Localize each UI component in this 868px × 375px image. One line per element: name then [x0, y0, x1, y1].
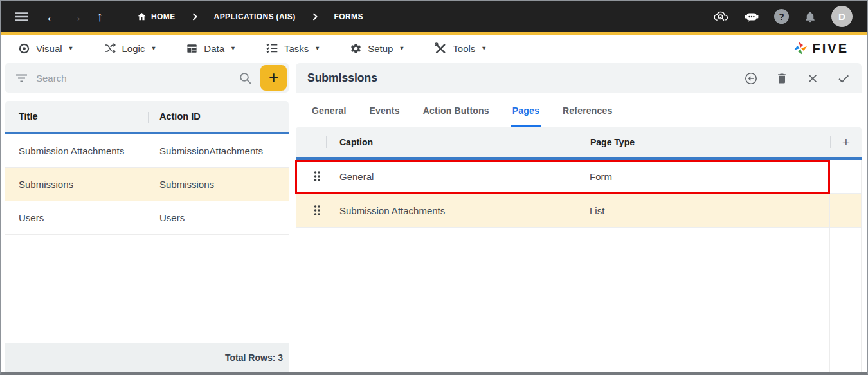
caret-down-icon: ▼ — [314, 45, 320, 51]
table-row[interactable]: Submission Attachments SubmissionAttachm… — [5, 134, 289, 168]
app-window: ← → ↑ HOME APPLICATIONS (AIS) — [0, 0, 868, 375]
tab-references[interactable]: References — [561, 93, 614, 127]
page-title: Submissions — [307, 71, 377, 85]
breadcrumb-forms[interactable]: FORMS — [334, 12, 363, 21]
tab-bar: General Events Action Buttons Pages Refe… — [296, 93, 862, 127]
menu-data[interactable]: Data ▼ — [186, 42, 236, 55]
column-header-caption[interactable]: Caption — [327, 127, 577, 157]
cloud-search-icon[interactable] — [713, 8, 729, 24]
save-check-icon[interactable] — [836, 71, 851, 86]
tab-pages[interactable]: Pages — [511, 93, 541, 127]
caret-down-icon: ▼ — [150, 45, 156, 51]
notifications-bell-icon[interactable] — [804, 10, 817, 23]
tab-general[interactable]: General — [311, 93, 348, 127]
home-icon — [137, 12, 147, 21]
column-header-title[interactable]: Title — [5, 101, 149, 132]
help-icon[interactable]: ? — [774, 9, 789, 24]
five-logo: FIVE — [793, 41, 849, 56]
search-bar: + — [5, 63, 289, 93]
up-icon[interactable]: ↑ — [92, 9, 107, 24]
data-table-icon — [186, 42, 198, 55]
drag-handle-icon[interactable] — [296, 205, 326, 216]
filter-icon[interactable] — [15, 73, 28, 83]
pages-table-body: General Form Submission Attachments — [296, 160, 862, 372]
column-header-page-type[interactable]: Page Type — [577, 127, 830, 157]
menu-logic[interactable]: Logic ▼ — [104, 42, 157, 55]
forward-icon[interactable]: → — [68, 9, 84, 24]
back-icon[interactable]: ← — [44, 9, 60, 24]
top-bar: ← → ↑ HOME APPLICATIONS (AIS) — [1, 1, 867, 35]
pages-table-header: Caption Page Type + — [296, 127, 862, 160]
table-row-selected[interactable]: Submissions Submissions — [5, 168, 289, 201]
detail-actions — [744, 71, 851, 86]
caret-down-icon: ▼ — [481, 45, 487, 51]
chevron-right-icon — [312, 13, 318, 21]
column-header-action-id[interactable]: Action ID — [149, 111, 289, 122]
left-table-footer: Total Rows: 3 — [5, 343, 289, 372]
add-record-button[interactable]: + — [260, 65, 287, 91]
tools-icon — [434, 42, 447, 55]
table-row-general[interactable]: General Form — [296, 160, 861, 194]
five-pinwheel-icon — [793, 41, 808, 56]
right-panel: Submissions — [296, 63, 862, 372]
caret-down-icon: ▼ — [230, 45, 236, 51]
tab-action-buttons[interactable]: Action Buttons — [422, 93, 491, 127]
content-area: + Title Action ID Submission Attachments… — [1, 62, 867, 372]
table-row[interactable]: Users Users — [5, 201, 289, 235]
top-bar-left: ← → ↑ HOME APPLICATIONS (AIS) — [15, 9, 363, 24]
top-bar-right: ? D — [713, 6, 853, 27]
menu-tools[interactable]: Tools ▼ — [434, 42, 487, 55]
tab-events[interactable]: Events — [368, 93, 401, 127]
breadcrumb-home[interactable]: HOME — [137, 12, 176, 21]
chevron-right-icon — [192, 13, 197, 21]
menu-setup[interactable]: Setup ▼ — [350, 42, 404, 55]
setup-gear-icon — [350, 42, 362, 55]
tasks-checklist-icon — [266, 42, 278, 55]
avatar[interactable]: D — [831, 6, 853, 27]
left-table-body: Submission Attachments SubmissionAttachm… — [5, 134, 289, 343]
delete-trash-icon[interactable] — [775, 71, 789, 86]
breadcrumb-applications[interactable]: APPLICATIONS (AIS) — [214, 12, 296, 21]
menu-bar: Visual ▼ Logic ▼ Data ▼ — [1, 35, 867, 62]
close-icon[interactable] — [806, 71, 820, 86]
breadcrumb: HOME APPLICATIONS (AIS) FORMS — [137, 12, 363, 21]
chat-bot-icon[interactable] — [744, 9, 759, 24]
caret-down-icon: ▼ — [68, 45, 74, 51]
left-table-header: Title Action ID — [5, 101, 289, 134]
caret-down-icon: ▼ — [399, 45, 404, 51]
logic-flow-icon — [104, 42, 116, 55]
visual-eye-icon — [18, 42, 30, 55]
left-panel: + Title Action ID Submission Attachments… — [5, 63, 289, 372]
detail-header: Submissions — [296, 63, 862, 93]
search-icon[interactable] — [239, 71, 252, 85]
table-row-submission-attachments[interactable]: Submission Attachments List — [296, 194, 861, 228]
menu-visual[interactable]: Visual ▼ — [18, 42, 74, 55]
menu-icon[interactable] — [15, 12, 28, 21]
drag-handle-icon[interactable] — [296, 170, 326, 182]
add-page-button[interactable]: + — [831, 134, 862, 150]
total-rows-label: Total Rows: 3 — [225, 352, 283, 363]
go-back-circle-icon[interactable] — [744, 71, 758, 86]
action-column-divider — [829, 160, 830, 372]
menu-tasks[interactable]: Tasks ▼ — [266, 42, 320, 55]
search-input[interactable] — [36, 73, 235, 84]
